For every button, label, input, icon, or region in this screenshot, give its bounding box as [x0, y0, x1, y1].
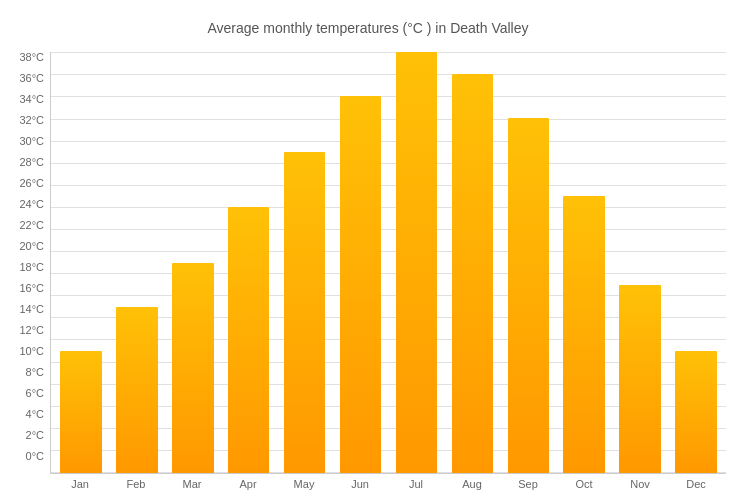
y-axis-label: 30°C	[19, 136, 44, 147]
y-axis-label: 12°C	[19, 325, 44, 336]
bar	[60, 351, 102, 473]
bars-grid	[50, 52, 726, 474]
x-axis-label: Nov	[614, 478, 666, 490]
bar	[452, 74, 494, 473]
bar	[619, 285, 661, 473]
chart-container: Average monthly temperatures (°C ) in De…	[0, 0, 736, 500]
y-axis-label: 4°C	[26, 409, 44, 420]
y-axis-label: 36°C	[19, 73, 44, 84]
bar-group	[279, 52, 331, 473]
bar-group	[558, 52, 610, 473]
x-axis-label: Mar	[166, 478, 218, 490]
x-axis-label: Jun	[334, 478, 386, 490]
y-axis-label: 14°C	[19, 304, 44, 315]
y-axis-label: 6°C	[26, 388, 44, 399]
chart-title: Average monthly temperatures (°C ) in De…	[207, 20, 528, 36]
x-axis-label: Feb	[110, 478, 162, 490]
x-axis: JanFebMarAprMayJunJulAugSepOctNovDec	[50, 474, 726, 490]
bar	[228, 207, 270, 473]
bar	[172, 263, 214, 474]
y-axis-label: 22°C	[19, 220, 44, 231]
bars-and-x: JanFebMarAprMayJunJulAugSepOctNovDec	[50, 52, 726, 490]
x-axis-label: Sep	[502, 478, 554, 490]
y-axis-label: 0°C	[26, 451, 44, 462]
bar-group	[502, 52, 554, 473]
bar-group	[614, 52, 666, 473]
y-axis-label: 32°C	[19, 115, 44, 126]
x-axis-label: Dec	[670, 478, 722, 490]
y-axis-label: 38°C	[19, 52, 44, 63]
y-axis-label: 2°C	[26, 430, 44, 441]
bar	[396, 52, 438, 473]
y-axis-label: 8°C	[26, 367, 44, 378]
bar	[116, 307, 158, 473]
chart-area: 0°C2°C4°C6°C8°C10°C12°C14°C16°C18°C20°C2…	[10, 52, 726, 490]
bar	[284, 152, 326, 473]
y-axis-label: 20°C	[19, 241, 44, 252]
y-axis-label: 10°C	[19, 346, 44, 357]
x-axis-label: Jan	[54, 478, 106, 490]
x-axis-label: Jul	[390, 478, 442, 490]
bar-group	[446, 52, 498, 473]
y-axis-label: 28°C	[19, 157, 44, 168]
bar-group	[55, 52, 107, 473]
x-axis-label: Apr	[222, 478, 274, 490]
bar-group	[670, 52, 722, 473]
bars-row	[51, 52, 726, 473]
x-axis-label: Oct	[558, 478, 610, 490]
bar-group	[223, 52, 275, 473]
bar	[675, 351, 717, 473]
y-axis-label: 24°C	[19, 199, 44, 210]
bar	[508, 118, 550, 473]
y-axis-label: 18°C	[19, 262, 44, 273]
y-axis-label: 26°C	[19, 178, 44, 189]
y-axis-label: 34°C	[19, 94, 44, 105]
x-axis-label: May	[278, 478, 330, 490]
bar-group	[391, 52, 443, 473]
x-axis-label: Aug	[446, 478, 498, 490]
bar-group	[167, 52, 219, 473]
bar-group	[111, 52, 163, 473]
bar	[563, 196, 605, 473]
bar	[340, 96, 382, 473]
y-axis: 0°C2°C4°C6°C8°C10°C12°C14°C16°C18°C20°C2…	[10, 52, 50, 490]
y-axis-label: 16°C	[19, 283, 44, 294]
bar-group	[335, 52, 387, 473]
